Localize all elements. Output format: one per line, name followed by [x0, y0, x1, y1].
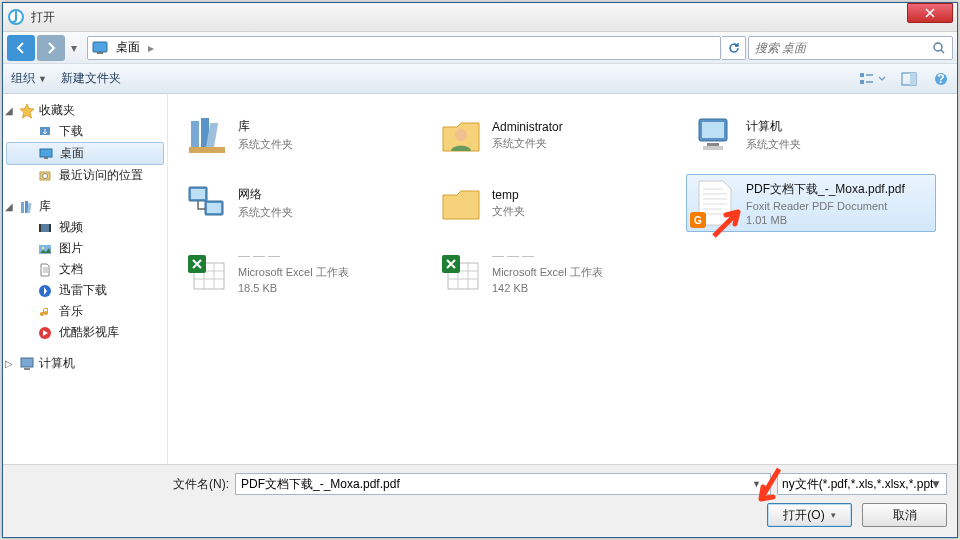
- navigation-bar: ▾ 桌面 ▸: [3, 32, 957, 64]
- sidebar-group-favorites[interactable]: ◢ 收藏夹: [3, 100, 167, 121]
- svg-point-3: [934, 43, 942, 51]
- file-type-filter[interactable]: ny文件(*.pdf,*.xls,*.xlsx,*.ppt ▼: [777, 473, 947, 495]
- pdf-icon: G: [692, 180, 738, 226]
- sidebar-item-xunlei[interactable]: 迅雷下载: [3, 280, 167, 301]
- svg-rect-4: [860, 73, 864, 77]
- svg-rect-1: [93, 42, 107, 52]
- svg-rect-7: [910, 73, 916, 85]
- network-icon: [184, 180, 230, 226]
- arrow-left-icon: [13, 40, 29, 56]
- toolbar: 组织 ▼ 新建文件夹 ?: [3, 64, 957, 94]
- svg-rect-5: [860, 80, 864, 84]
- user-folder-icon: [438, 112, 484, 158]
- svg-rect-34: [707, 143, 719, 146]
- desktop-icon: [38, 146, 54, 162]
- svg-rect-25: [21, 358, 33, 367]
- computer-icon: [692, 112, 738, 158]
- computer-icon: [19, 356, 35, 372]
- filename-input[interactable]: PDF文档下载_-_Moxa.pdf.pdf ▼: [235, 473, 771, 495]
- svg-rect-27: [191, 121, 199, 151]
- files-list[interactable]: 库系统文件夹 Administrator系统文件夹 计算机系统文件夹 网络系统文…: [168, 94, 957, 464]
- help-button[interactable]: ?: [933, 71, 949, 87]
- svg-rect-11: [40, 149, 52, 157]
- forward-button[interactable]: [37, 35, 65, 61]
- history-dropdown[interactable]: ▾: [67, 41, 81, 55]
- svg-rect-19: [39, 224, 41, 232]
- sidebar-item-youku[interactable]: 优酷影视库: [3, 322, 167, 343]
- collapse-icon: ◢: [5, 201, 15, 212]
- sidebar-group-computer[interactable]: ▷ 计算机: [3, 353, 167, 374]
- file-item-libraries[interactable]: 库系统文件夹: [178, 106, 428, 164]
- svg-point-31: [455, 129, 467, 141]
- file-item-excel[interactable]: ———Microsoft Excel 工作表18.5 KB: [178, 242, 428, 300]
- folder-icon: [438, 180, 484, 226]
- svg-rect-35: [703, 146, 723, 150]
- breadcrumb-segment[interactable]: 桌面: [110, 39, 146, 56]
- svg-rect-39: [207, 203, 221, 213]
- search-box[interactable]: [748, 36, 953, 60]
- file-item-computer[interactable]: 计算机系统文件夹: [686, 106, 936, 164]
- file-item-folder[interactable]: temp文件夹: [432, 174, 682, 232]
- svg-point-22: [42, 246, 44, 248]
- pictures-icon: [37, 241, 53, 257]
- xunlei-icon: [37, 283, 53, 299]
- sidebar-item-pictures[interactable]: 图片: [3, 238, 167, 259]
- collapse-icon: ◢: [5, 105, 15, 116]
- svg-rect-30: [189, 147, 225, 153]
- star-icon: [19, 103, 35, 119]
- sidebar-item-videos[interactable]: 视频: [3, 217, 167, 238]
- cancel-button[interactable]: 取消: [862, 503, 947, 527]
- svg-text:?: ?: [937, 72, 944, 86]
- sidebar-item-recent[interactable]: 最近访问的位置: [3, 165, 167, 186]
- chevron-down-icon: ▼: [930, 477, 942, 491]
- dialog-footer: 文件名(N): PDF文档下载_-_Moxa.pdf.pdf ▼ ny文件(*.…: [3, 464, 957, 537]
- window-title: 打开: [31, 9, 907, 26]
- file-item-user[interactable]: Administrator系统文件夹: [432, 106, 682, 164]
- youku-icon: [37, 325, 53, 341]
- titlebar: 打开: [3, 3, 957, 32]
- svg-rect-26: [24, 368, 30, 370]
- close-button[interactable]: [907, 3, 953, 23]
- libraries-icon: [184, 112, 230, 158]
- svg-point-14: [43, 173, 48, 178]
- search-input[interactable]: [749, 41, 926, 55]
- chevron-right-icon: ▸: [146, 41, 156, 55]
- dialog-body: ◢ 收藏夹 下载 桌面 最近访问的位置: [3, 94, 957, 464]
- svg-rect-15: [21, 202, 24, 213]
- excel-icon: [184, 248, 230, 294]
- svg-rect-12: [44, 157, 48, 159]
- svg-rect-33: [702, 122, 724, 138]
- preview-pane-button[interactable]: [901, 71, 919, 87]
- svg-rect-37: [191, 189, 205, 199]
- file-item-excel[interactable]: ———Microsoft Excel 工作表142 KB: [432, 242, 682, 300]
- organize-menu[interactable]: 组织 ▼: [11, 70, 47, 87]
- view-options-button[interactable]: [859, 71, 887, 87]
- open-button[interactable]: 打开(O)▾: [767, 503, 852, 527]
- search-icon: [926, 41, 952, 55]
- documents-icon: [37, 262, 53, 278]
- app-icon: [7, 8, 25, 26]
- svg-rect-2: [97, 52, 103, 54]
- sidebar-group-libraries[interactable]: ◢ 库: [3, 196, 167, 217]
- breadcrumb[interactable]: 桌面 ▸: [87, 36, 721, 60]
- expand-icon: ▷: [5, 358, 15, 369]
- sidebar-item-desktop[interactable]: 桌面: [6, 142, 164, 165]
- back-button[interactable]: [7, 35, 35, 61]
- video-icon: [37, 220, 53, 236]
- file-item-pdf[interactable]: G PDF文档下载_-_Moxa.pdf.pdfFoxit Reader PDF…: [686, 174, 936, 232]
- sidebar-item-documents[interactable]: 文档: [3, 259, 167, 280]
- sidebar-item-downloads[interactable]: 下载: [3, 121, 167, 142]
- refresh-icon: [727, 41, 741, 55]
- new-folder-button[interactable]: 新建文件夹: [61, 70, 121, 87]
- chevron-down-icon[interactable]: ▼: [748, 479, 765, 489]
- arrow-right-icon: [43, 40, 59, 56]
- svg-rect-20: [49, 224, 51, 232]
- navigation-pane: ◢ 收藏夹 下载 桌面 最近访问的位置: [3, 94, 168, 464]
- refresh-button[interactable]: [722, 36, 746, 60]
- sidebar-item-music[interactable]: 音乐: [3, 301, 167, 322]
- file-item-network[interactable]: 网络系统文件夹: [178, 174, 428, 232]
- open-file-dialog: 打开 ▾ 桌面 ▸ 组织 ▼: [2, 2, 958, 538]
- download-icon: [37, 124, 53, 140]
- libraries-icon: [19, 199, 35, 215]
- close-icon: [924, 8, 936, 18]
